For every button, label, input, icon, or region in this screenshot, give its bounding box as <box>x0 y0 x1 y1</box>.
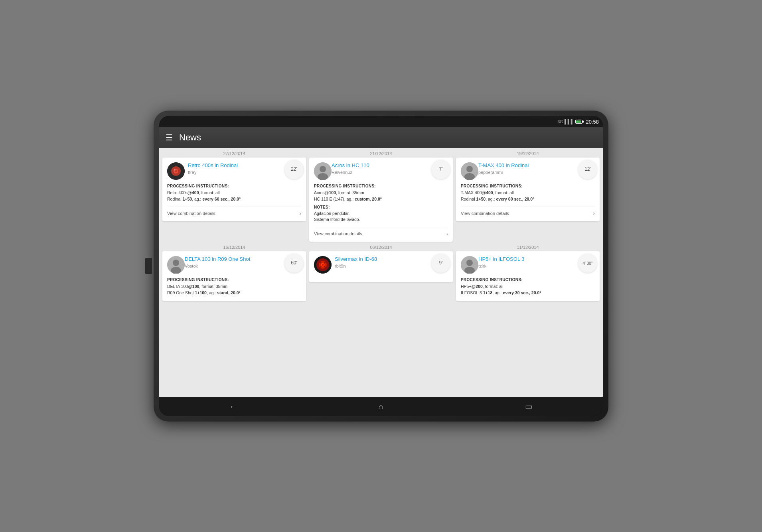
tablet-screen: 3G ▌▌▌ 20:58 ☰ News 27/12/2014 <box>159 116 603 416</box>
card-title-group-4: DELTA 100 in R09 One Shot Vostok <box>185 256 301 268</box>
card-title-4: DELTA 100 in R09 One Shot <box>185 256 301 263</box>
avatar-4 <box>167 256 185 274</box>
card-username-3: pepperammi <box>478 170 595 175</box>
home-icon: ⌂ <box>379 402 383 411</box>
card-header-3: T-MAX 400 in Rodinal pepperammi 12' <box>461 162 595 180</box>
date-label-1: 27/12/2014 <box>162 151 306 156</box>
processing-label-3: PROCESSING INSTRUCTIONS: <box>461 184 595 188</box>
card-title-group-2: Acros in HC 110 Reivennuz <box>332 162 448 175</box>
avatar-5 <box>314 256 332 274</box>
card-username-6: tzirk <box>478 264 595 268</box>
back-button[interactable]: ← <box>221 398 245 414</box>
clock-time: 20:58 <box>586 119 599 125</box>
processing-text-4: DELTA 100@100, format: 35mm R09 One Shot… <box>167 284 301 296</box>
processing-text-1: Retro 400s@400, format: all Rodinal 1+50… <box>167 190 301 203</box>
recents-button[interactable]: ▭ <box>517 398 541 414</box>
timer-text-5: 9' <box>439 260 443 266</box>
card-header-6: HP5+ in ILFOSOL 3 tzirk 4' 30" <box>461 256 595 274</box>
card-username-2: Reivennuz <box>332 170 448 175</box>
timer-text-4: 60' <box>291 260 297 266</box>
svg-point-19 <box>322 264 323 265</box>
card-header-5: Silvermax in ID-68 rbit9n 9' <box>314 256 448 274</box>
timer-bubble-5: 9' <box>431 254 450 273</box>
date-label-5: 06/12/2014 <box>309 245 453 250</box>
battery-fill <box>576 120 580 123</box>
signal-bars-icon: ▌▌▌ <box>565 119 574 124</box>
card-header-1: Retro 400s in Rodinal ttray 22' <box>167 162 301 180</box>
card-title-group-6: HP5+ in ILFOSOL 3 tzirk <box>478 256 595 268</box>
date-label-2: 21/12/2014 <box>309 151 453 156</box>
news-card-4[interactable]: DELTA 100 in R09 One Shot Vostok 60' PRO… <box>162 251 306 301</box>
avatar-3 <box>461 162 478 180</box>
view-details-link-1[interactable]: View combination details › <box>167 207 301 217</box>
timer-text-3: 12' <box>584 167 591 172</box>
battery-icon <box>575 120 582 124</box>
news-card-6[interactable]: HP5+ in ILFOSOL 3 tzirk 4' 30" PROCESSIN… <box>456 251 600 301</box>
notes-text-2: Agitación pendular. Sistema Ilford de la… <box>314 211 448 223</box>
recents-icon: ▭ <box>525 402 533 411</box>
cards-container: 27/12/2014 <box>159 148 603 397</box>
chevron-right-icon-2: › <box>446 231 448 237</box>
processing-text-6: HP5+@200, format: all ILFOSOL 3 1+18, ag… <box>461 284 595 296</box>
date-label-3: 19/12/2014 <box>456 151 600 156</box>
back-icon: ← <box>229 402 237 411</box>
app-bar: ☰ News <box>159 127 603 148</box>
svg-point-6 <box>320 166 326 172</box>
svg-point-21 <box>466 260 473 266</box>
card-column-3: 19/12/2014 T-MAX 400 in <box>456 151 600 242</box>
card-title-2: Acros in HC 110 <box>332 162 448 169</box>
timer-bubble-1: 22' <box>284 160 304 179</box>
view-details-link-3[interactable]: View combination details › <box>461 207 595 217</box>
avatar-6 <box>461 256 478 274</box>
timer-text-6: 4' 30" <box>583 261 593 266</box>
processing-text-2: Acros@100, format: 35mm HC 110 E (1:47),… <box>314 190 448 203</box>
processing-label-1: PROCESSING INSTRUCTIONS: <box>167 184 301 188</box>
home-button[interactable] <box>145 258 152 274</box>
card-column-6: 11/12/2014 HP5+ in ILFOS <box>456 245 600 301</box>
signal-text: 3G <box>558 120 563 124</box>
date-label-6: 11/12/2014 <box>456 245 600 250</box>
tablet-device: 3G ▌▌▌ 20:58 ☰ News 27/12/2014 <box>154 110 608 422</box>
date-label-4: 16/12/2014 <box>162 245 306 250</box>
card-column-1: 27/12/2014 <box>162 151 306 242</box>
card-title-3: T-MAX 400 in Rodinal <box>478 162 595 169</box>
timer-bubble-2: 7' <box>431 160 450 179</box>
card-title-6: HP5+ in ILFOSOL 3 <box>478 256 595 263</box>
card-column-4: 16/12/2014 DELTA 100 in <box>162 245 306 301</box>
content-area: 27/12/2014 <box>159 148 603 397</box>
status-bar: 3G ▌▌▌ 20:58 <box>159 116 603 127</box>
news-card-5[interactable]: Silvermax in ID-68 rbit9n 9' <box>309 251 453 282</box>
timer-text-1: 22' <box>291 167 297 172</box>
chevron-right-icon-1: › <box>299 210 301 217</box>
view-details-text-2: View combination details <box>314 231 362 236</box>
svg-point-4 <box>174 169 176 171</box>
avatar-1 <box>167 162 185 180</box>
app-title: News <box>179 132 201 143</box>
card-header-4: DELTA 100 in R09 One Shot Vostok 60' <box>167 256 301 274</box>
status-icons: 3G ▌▌▌ 20:58 <box>558 119 599 125</box>
view-details-text-1: View combination details <box>167 211 215 216</box>
avatar-2 <box>314 162 332 180</box>
card-column-5: 06/12/2014 <box>309 245 453 301</box>
news-card-2[interactable]: Acros in HC 110 Reivennuz 7' PROCESSING … <box>309 158 453 242</box>
home-nav-button[interactable]: ⌂ <box>369 398 393 414</box>
card-username-4: Vostok <box>185 264 301 268</box>
processing-label-6: PROCESSING INSTRUCTIONS: <box>461 278 595 282</box>
view-details-link-2[interactable]: View combination details › <box>314 227 448 237</box>
card-header-2: Acros in HC 110 Reivennuz 7' <box>314 162 448 180</box>
hamburger-menu-icon[interactable]: ☰ <box>166 133 173 142</box>
card-title-group-3: T-MAX 400 in Rodinal pepperammi <box>478 162 595 175</box>
processing-label-2: PROCESSING INSTRUCTIONS: <box>314 184 448 188</box>
bottom-navigation: ← ⌂ ▭ <box>159 397 603 416</box>
timer-text-2: 7' <box>439 167 443 172</box>
news-card-3[interactable]: T-MAX 400 in Rodinal pepperammi 12' PROC… <box>456 158 600 221</box>
svg-point-9 <box>466 166 473 172</box>
svg-point-12 <box>173 260 179 266</box>
view-details-text-3: View combination details <box>461 211 509 216</box>
news-card-1[interactable]: Retro 400s in Rodinal ttray 22' PROCESSI… <box>162 158 306 221</box>
notes-label-2: NOTES: <box>314 205 448 209</box>
processing-text-3: T-MAX 400@400, format: all Rodinal 1+50,… <box>461 190 595 203</box>
timer-bubble-4: 60' <box>284 254 304 273</box>
chevron-right-icon-3: › <box>593 210 595 217</box>
timer-bubble-6: 4' 30" <box>578 254 597 273</box>
